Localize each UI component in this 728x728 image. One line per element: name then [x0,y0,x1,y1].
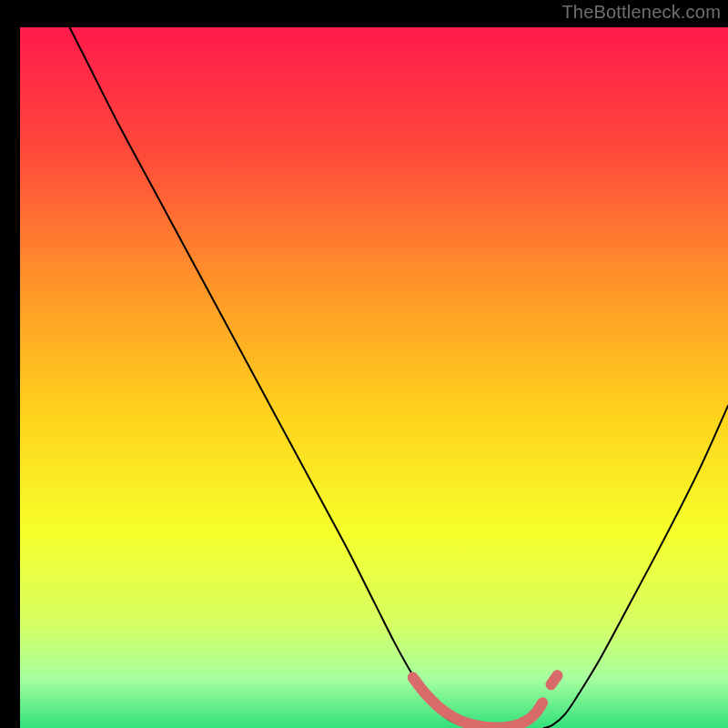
watermark-text: TheBottleneck.com [561,2,721,23]
optimal-range-1 [551,675,558,684]
chart-stage: TheBottleneck.com [0,0,728,728]
bottleneck-chart [0,0,728,728]
gradient-background [20,27,728,728]
